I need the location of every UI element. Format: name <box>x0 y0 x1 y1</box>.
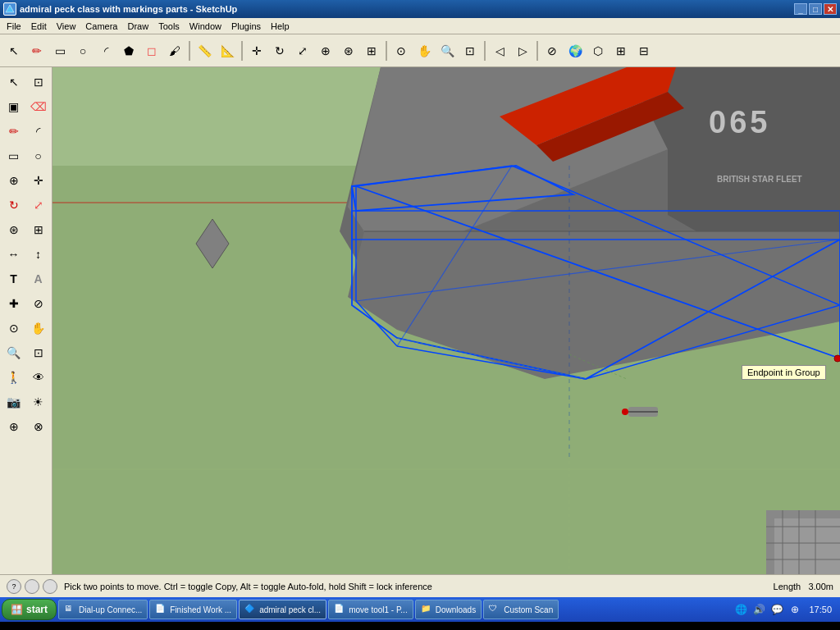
next-view-btn[interactable]: ▷ <box>512 40 533 62</box>
tooltip-text: Endpoint in Group <box>747 368 820 377</box>
lt-section[interactable]: ⊘ <box>27 292 50 315</box>
lt-select[interactable]: ↖ <box>2 71 25 94</box>
tray-icon-sound[interactable]: 🔊 <box>751 602 766 617</box>
eraser-tool-btn[interactable]: ◻ <box>141 40 162 62</box>
lt-scale[interactable]: ⤢ <box>27 194 50 217</box>
polygon-tool-btn[interactable]: ⬟ <box>118 40 139 62</box>
lt-extra1[interactable]: ⊕ <box>2 415 25 438</box>
menu-item-file[interactable]: File <box>2 18 26 34</box>
lt-axes[interactable]: ✚ <box>2 292 25 315</box>
lt-arc[interactable]: ◜ <box>27 120 50 143</box>
rectangle-tool-btn[interactable]: ▭ <box>49 40 71 62</box>
lt-eraser[interactable]: ⌫ <box>27 95 50 118</box>
arc-tool-btn[interactable]: ◜ <box>95 40 116 62</box>
customscan-label: Custom Scan <box>504 605 553 614</box>
lt-followme[interactable]: ⊛ <box>2 218 25 241</box>
lt-row-12: 🔍 ⊡ <box>2 341 50 364</box>
menu-item-draw[interactable]: Draw <box>122 18 153 34</box>
svg-marker-0 <box>6 5 14 12</box>
taskbar-item-dialup[interactable]: 🖥 Dial-up Connec... <box>58 600 148 619</box>
taskbar-item-downloads[interactable]: 📁 Downloads <box>415 600 482 619</box>
toolbar-separator-4 <box>484 41 486 61</box>
zoom-tool-btn[interactable]: 🔍 <box>436 40 458 62</box>
start-button[interactable]: 🪟 start <box>2 599 57 620</box>
svg-text:BRITISH STAR FLEET: BRITISH STAR FLEET <box>717 175 802 184</box>
taskbar-item-customscan[interactable]: 🛡 Custom Scan <box>483 600 559 619</box>
prev-view-btn[interactable]: ◁ <box>489 40 510 62</box>
taskbar-item-finished[interactable]: 📄 Finished Work ... <box>149 600 237 619</box>
downloads-icon: 📁 <box>421 604 432 615</box>
followme-tool-btn[interactable]: ⊛ <box>338 40 359 62</box>
lt-component[interactable]: ⊡ <box>27 71 50 94</box>
lt-paint[interactable]: ▣ <box>2 95 25 118</box>
lt-rect[interactable]: ▭ <box>2 144 25 167</box>
rotate-tool-btn[interactable]: ↻ <box>269 40 290 62</box>
lt-text[interactable]: T <box>2 267 25 290</box>
maximize-button[interactable]: □ <box>809 3 822 15</box>
select-tool-btn[interactable]: ↖ <box>3 40 25 62</box>
start-icon: 🪟 <box>11 604 23 615</box>
status-circle-1[interactable]: ? <box>7 579 21 594</box>
dialup-icon: 🖥 <box>64 604 75 615</box>
section-btn[interactable]: ⊘ <box>541 40 563 62</box>
lt-dim[interactable]: ↕ <box>27 243 50 266</box>
lt-circle[interactable]: ○ <box>27 144 50 167</box>
minimize-button[interactable]: _ <box>794 3 807 15</box>
tray-icon-misc[interactable]: ⊕ <box>788 602 802 617</box>
lt-3dtext[interactable]: A <box>27 267 50 290</box>
lt-row-6: ↻ ⤢ <box>2 194 50 217</box>
components-btn[interactable]: ⊞ <box>610 40 632 62</box>
zoom-extents-btn[interactable]: ⊡ <box>459 40 481 62</box>
lt-tape[interactable]: ↔ <box>2 243 25 266</box>
offset-tool-btn[interactable]: ⊞ <box>361 40 382 62</box>
lt-pan[interactable]: ✋ <box>27 317 50 340</box>
lt-pencil[interactable]: ✏ <box>2 120 25 143</box>
taskbar-item-sketchup[interactable]: 🔷 admiral peck cl... <box>239 600 326 619</box>
close-button[interactable]: ✕ <box>824 3 837 15</box>
lt-walk[interactable]: 🚶 <box>2 366 25 389</box>
lt-zoom[interactable]: 🔍 <box>2 341 25 364</box>
orbit-tool-btn[interactable]: ⊙ <box>390 40 412 62</box>
lt-poscam[interactable]: 📷 <box>2 390 25 413</box>
circle-tool-btn[interactable]: ○ <box>72 40 94 62</box>
lt-move[interactable]: ✛ <box>27 169 50 192</box>
warehouse-btn[interactable]: ⬡ <box>587 40 609 62</box>
viewport[interactable]: 065 BRITISH STAR FLEET <box>52 67 840 574</box>
toolbar-separator-1 <box>189 41 190 61</box>
length-value: 3.00m <box>808 582 833 591</box>
lt-zoomext[interactable]: ⊡ <box>27 341 50 364</box>
paint-tool-btn[interactable]: 🖌 <box>164 40 185 62</box>
lt-sun[interactable]: ☀ <box>27 390 50 413</box>
tape-tool-btn[interactable]: 📏 <box>194 40 215 62</box>
tray-icon-network[interactable]: 🌐 <box>733 602 748 617</box>
menu-item-camera[interactable]: Camera <box>80 18 122 34</box>
menu-item-plugins[interactable]: Plugins <box>226 18 266 34</box>
movetool-icon: 📄 <box>334 604 345 615</box>
protractor-tool-btn[interactable]: 📐 <box>217 40 238 62</box>
lt-orbit[interactable]: ⊙ <box>2 317 25 340</box>
menu-item-help[interactable]: Help <box>266 18 294 34</box>
pushpull-tool-btn[interactable]: ⊕ <box>315 40 336 62</box>
menubar: FileEditViewCameraDrawToolsWindowPlugins… <box>0 18 840 34</box>
menu-item-window[interactable]: Window <box>185 18 226 34</box>
geo-btn[interactable]: 🌍 <box>564 40 586 62</box>
menu-item-edit[interactable]: Edit <box>26 18 52 34</box>
window-title: admiral peck class with markings parts -… <box>20 4 237 14</box>
menu-item-tools[interactable]: Tools <box>153 18 185 34</box>
scale-tool-btn[interactable]: ⤢ <box>292 40 313 62</box>
lt-offset[interactable]: ⊞ <box>27 218 50 241</box>
tray-icon-msg[interactable]: 💬 <box>769 602 784 617</box>
pencil-tool-btn[interactable]: ✏ <box>26 40 48 62</box>
toolbar: ↖ ✏ ▭ ○ ◜ ⬟ ◻ 🖌 📏 📐 ✛ ↻ ⤢ ⊕ ⊛ ⊞ ⊙ ✋ 🔍 ⊡ … <box>0 34 840 67</box>
lt-extra2[interactable]: ⊗ <box>27 415 50 438</box>
lt-push[interactable]: ⊕ <box>2 169 25 192</box>
lt-row-10: ✚ ⊘ <box>2 292 50 315</box>
move-tool-btn[interactable]: ✛ <box>246 40 267 62</box>
materials-btn[interactable]: ⊟ <box>633 40 655 62</box>
pan-tool-btn[interactable]: ✋ <box>413 40 435 62</box>
lt-rotate[interactable]: ↻ <box>2 194 25 217</box>
menu-item-view[interactable]: View <box>52 18 81 34</box>
lt-lookaround[interactable]: 👁 <box>27 366 50 389</box>
taskbar-item-movetool[interactable]: 📄 move tool1 - P... <box>328 600 413 619</box>
lt-row-2: ▣ ⌫ <box>2 95 50 118</box>
